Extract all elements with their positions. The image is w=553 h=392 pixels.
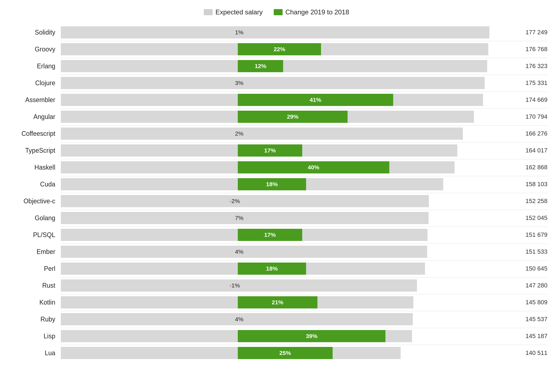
lang-label: Cuda	[6, 181, 61, 188]
lang-label: Ember	[6, 248, 61, 256]
table-row: PL/SQL17%151 679	[6, 227, 547, 243]
table-row: Haskell40%162 868	[6, 159, 547, 175]
change-bar: 12%	[238, 60, 283, 72]
bar-area: 1%	[61, 26, 503, 38]
bar-area: -2%	[61, 195, 503, 207]
chart-rows: Solidity1%177 249Groovy22%176 768Erlang1…	[0, 24, 553, 361]
salary-bar	[61, 128, 463, 140]
lang-label: Perl	[6, 265, 61, 272]
change-bar: 25%	[238, 347, 333, 359]
lang-label: Assembler	[6, 96, 61, 104]
bar-area: -1%	[61, 279, 503, 292]
salary-value: 151 679	[503, 231, 547, 238]
salary-value: 152 045	[503, 214, 547, 222]
table-row: Assembler41%174 669	[6, 92, 547, 108]
table-row: Ember4%151 533	[6, 244, 547, 260]
bar-area: 18%	[61, 263, 503, 275]
legend-change-color	[274, 9, 283, 15]
salary-value: 175 331	[503, 79, 547, 87]
bar-area: 3%	[61, 77, 503, 89]
chart-container: Expected salary Change 2019 to 2018 Soli…	[0, 6, 553, 370]
bar-area: 2%	[61, 128, 503, 140]
change-label-outside: 7%	[235, 212, 243, 224]
salary-value: 174 669	[503, 96, 547, 103]
change-bar: 22%	[238, 43, 321, 55]
table-row: Lua25%140 511	[6, 345, 547, 361]
table-row: Perl18%150 645	[6, 261, 547, 277]
change-label-outside: 2%	[235, 128, 243, 140]
lang-label: Coffeescript	[6, 130, 61, 137]
lang-label: Lisp	[6, 333, 61, 340]
change-label-negative: -2%	[229, 195, 240, 207]
lang-label: Ruby	[6, 316, 61, 323]
lang-label: Groovy	[6, 46, 61, 53]
table-row: Groovy22%176 768	[6, 41, 547, 57]
salary-value: 162 868	[503, 164, 547, 171]
lang-label: Kotlin	[6, 299, 61, 306]
bar-area: 29%	[61, 111, 503, 123]
bar-area: 4%	[61, 246, 503, 258]
table-row: Solidity1%177 249	[6, 24, 547, 40]
table-row: TypeScript17%164 017	[6, 142, 547, 159]
bar-area: 39%	[61, 330, 503, 342]
bar-area: 40%	[61, 161, 503, 173]
lang-label: Solidity	[6, 29, 61, 36]
lang-label: Golang	[6, 214, 61, 222]
salary-value: 151 533	[503, 248, 547, 255]
table-row: Cuda18%158 103	[6, 176, 547, 192]
salary-value: 145 187	[503, 333, 547, 340]
table-row: Clojure3%175 331	[6, 75, 547, 91]
salary-bar	[61, 195, 429, 207]
salary-value: 145 537	[503, 316, 547, 323]
bar-area: 17%	[61, 229, 503, 241]
salary-bar	[61, 26, 489, 38]
change-bar: 17%	[238, 229, 302, 241]
change-bar: 18%	[238, 178, 306, 190]
bar-area: 21%	[61, 296, 503, 308]
salary-value: 150 645	[503, 265, 547, 272]
salary-value: 177 249	[503, 29, 547, 36]
salary-bar	[61, 77, 485, 89]
bar-area: 18%	[61, 178, 503, 190]
change-label-negative: -1%	[229, 279, 240, 292]
salary-value: 158 103	[503, 181, 547, 188]
salary-bar	[61, 246, 427, 258]
table-row: Kotlin21%145 809	[6, 294, 547, 310]
lang-label: Objective-c	[6, 198, 61, 205]
lang-label: Angular	[6, 113, 61, 121]
lang-label: Lua	[6, 349, 61, 357]
lang-label: TypeScript	[6, 147, 61, 154]
legend-salary-color	[204, 9, 213, 15]
table-row: Golang7%152 045	[6, 210, 547, 226]
lang-label: Haskell	[6, 164, 61, 171]
table-row: Rust-1%147 280	[6, 277, 547, 294]
table-row: Angular29%170 794	[6, 109, 547, 125]
salary-value: 176 323	[503, 63, 547, 70]
salary-value: 176 768	[503, 46, 547, 53]
salary-bar	[61, 347, 401, 359]
change-label-outside: 3%	[235, 77, 243, 89]
salary-value: 147 280	[503, 282, 547, 289]
lang-label: PL/SQL	[6, 231, 61, 239]
bar-area: 12%	[61, 60, 503, 72]
table-row: Lisp39%145 187	[6, 328, 547, 344]
change-bar: 18%	[238, 263, 306, 275]
salary-value: 170 794	[503, 113, 547, 120]
salary-value: 152 258	[503, 198, 547, 205]
legend-change: Change 2019 to 2018	[274, 8, 349, 16]
salary-bar	[61, 212, 429, 224]
change-bar: 21%	[238, 296, 317, 308]
table-row: Ruby4%145 537	[6, 311, 547, 327]
legend-change-label: Change 2019 to 2018	[285, 8, 349, 16]
legend-salary: Expected salary	[204, 8, 263, 16]
bar-area: 22%	[61, 43, 503, 55]
chart-legend: Expected salary Change 2019 to 2018	[0, 8, 553, 16]
bar-area: 17%	[61, 144, 503, 157]
bar-area: 25%	[61, 347, 503, 359]
bar-area: 41%	[61, 94, 503, 106]
salary-value: 140 511	[503, 349, 547, 357]
salary-value: 145 809	[503, 299, 547, 306]
table-row: Erlang12%176 323	[6, 58, 547, 74]
change-label-outside: 1%	[235, 26, 243, 38]
table-row: Coffeescript2%166 276	[6, 126, 547, 142]
